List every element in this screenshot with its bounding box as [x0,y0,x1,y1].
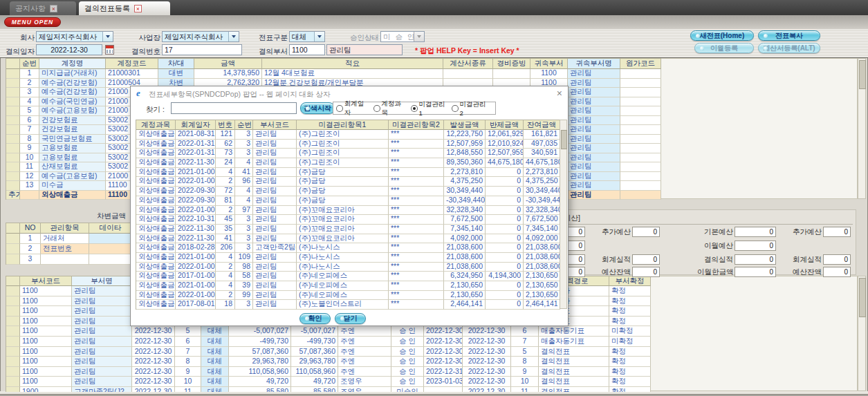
scrollbar-thumb[interactable] [561,130,567,149]
cell[interactable]: 관리팀 [72,306,132,317]
cell[interactable]: 8 [511,357,539,367]
cell[interactable]: 관리팀 [72,347,132,357]
cell[interactable]: 12,061,929 [486,130,524,140]
cell[interactable]: 44,675,180 [486,158,524,168]
cell[interactable]: 10 [20,153,39,163]
cell[interactable]: 32,328,340 [444,206,486,216]
cell[interactable]: 2022-12-30 [463,387,511,392]
cell[interactable]: 35 [216,225,235,234]
cell[interactable]: 외상매출금 [136,281,176,291]
cell[interactable]: 7 [511,337,539,347]
cell[interactable]: 3 [20,88,39,97]
cell[interactable]: 6,324,950 [444,272,486,281]
cell[interactable]: 7,672,500 [524,215,560,225]
cell[interactable]: 4,194,300 [486,272,524,281]
cell[interactable] [20,191,39,200]
cell[interactable]: (주)그린조이 [297,140,389,149]
table-row[interactable]: 외상매출금2017-01-00458관리팀(주)네오피에스***6,324,95… [136,272,560,281]
budget-field[interactable]: 0 [735,241,776,251]
cell[interactable]: 2022-12-30 [463,326,511,337]
cell[interactable]: 2023-01-03 [424,377,463,387]
cell[interactable] [443,69,493,79]
cell[interactable]: (주)네오피에스 [297,281,389,291]
resolution-dept-name-field[interactable]: 관리팀 [326,44,403,55]
cell[interactable]: 관리팀 [253,149,297,158]
cell[interactable]: 관리팀 [72,286,132,296]
cell[interactable]: 9 [175,367,201,377]
radio-회계일자[interactable]: 회계일자 [336,100,369,117]
cell[interactable]: 2 [20,79,39,88]
cell[interactable]: 관리팀 [72,296,132,307]
cell[interactable]: (주)나노시스 [297,243,389,253]
cell[interactable]: 29,963,780 [229,357,291,367]
cell[interactable]: 외상매출금 [136,253,176,263]
cell[interactable]: *** [389,243,444,253]
cell[interactable]: 대체 [201,367,229,377]
cell[interactable]: 8 [175,357,201,367]
cell[interactable]: *** [389,234,444,244]
budget-field[interactable]: 0 [632,267,660,277]
cell[interactable]: 관리팀 [568,106,620,116]
table-row[interactable]: 1100관리팀2022-12-3010대체49,72049,720조영우승 인2… [6,377,651,387]
approval-status-select[interactable]: 미 승 인 [380,31,425,42]
cell[interactable]: 9 [511,367,539,377]
cell[interactable]: 관리팀 [253,234,297,244]
cell[interactable]: 외상매출금 [136,225,176,234]
cell[interactable]: 관리팀 [72,377,132,387]
cell[interactable]: 85,580 [291,387,338,392]
cell[interactable]: 2017-08-01 [176,300,216,310]
cell[interactable]: 41 [216,234,235,244]
cell[interactable] [6,296,20,307]
invoice-register-button[interactable]: 계산서등록(ALT) [758,43,820,53]
cell[interactable]: 58 [235,272,253,281]
cell[interactable]: 2022-12-30 [132,337,175,347]
cell[interactable]: 관리팀 [568,79,620,88]
cell[interactable]: -5,007,027 [291,326,338,337]
cell[interactable]: 2,130,650 [524,291,560,301]
table-row[interactable]: 외상매출금2022-01-00296관리팀(주)금당***4,375,25004… [136,177,560,187]
cell[interactable]: 미수금 [39,181,106,191]
cell[interactable]: *** [389,168,444,178]
cell[interactable]: 12,507,959 [486,149,524,158]
cell[interactable]: 81 [216,196,235,206]
cell[interactable]: 13 [20,181,39,191]
cell[interactable]: 결의전표 [539,387,609,392]
cell[interactable]: 관리팀 [253,281,297,291]
cell[interactable]: (주)꼬매요코리아 [297,225,389,234]
cell[interactable] [620,181,661,191]
budget-field[interactable]: 0 [632,254,660,265]
cell[interactable]: 45 [216,215,235,225]
table-row[interactable]: 외상매출금2022-01-00297관리팀(주)꼬매요코리아***32,328,… [136,206,560,216]
cell[interactable]: 3 [235,130,253,140]
cell[interactable]: 미지급금(거래처) [39,69,106,79]
radio-button-icon[interactable] [411,105,418,112]
cell[interactable]: -30,349,440 [524,196,560,206]
table-row[interactable]: 외상매출금2021-01-00441관리팀(주)금당***2,273,81002… [136,168,560,178]
cell[interactable]: 110,058,960 [229,367,291,377]
cell[interactable]: 1100 [20,377,72,387]
table-row[interactable]: 외상매출금2021-08-311213관리팀(주)그린조이***12,223,7… [136,130,560,140]
cell[interactable]: 주엔 [338,347,391,357]
cell[interactable]: 2022-12-30 [132,377,175,387]
budget-field[interactable]: 0 [735,227,776,237]
cell[interactable]: 미확정 [609,337,651,347]
radio-button-icon[interactable] [373,105,380,112]
cell[interactable]: 21,038,600 [444,253,486,263]
cell[interactable]: 12,223,750 [444,130,486,140]
cell[interactable]: 2021-08-31 [176,130,216,140]
close-icon[interactable]: × [557,88,562,99]
cell[interactable]: 대체 [201,357,229,367]
cell[interactable]: 3 [235,215,253,225]
cell[interactable]: 2022-09-30 [176,196,216,206]
cell[interactable]: 2022-12-30 [424,337,463,347]
cell[interactable]: 44,675,180 [524,158,560,168]
cell[interactable]: 관리팀 [568,135,620,144]
cell[interactable]: 관리팀 [568,162,620,172]
cell[interactable]: 2022-01-00 [176,177,216,187]
cell[interactable]: 관리팀 [568,191,620,200]
cell[interactable]: 승 인 [391,357,424,367]
cell[interactable]: 미확정 [609,326,651,337]
cell[interactable]: 0 [486,234,524,244]
cell[interactable]: 2022-11-30 [176,158,216,168]
table-row[interactable]: 외상매출금2021-01-00439관리팀(주)네오피에스***2,130,65… [136,281,560,291]
